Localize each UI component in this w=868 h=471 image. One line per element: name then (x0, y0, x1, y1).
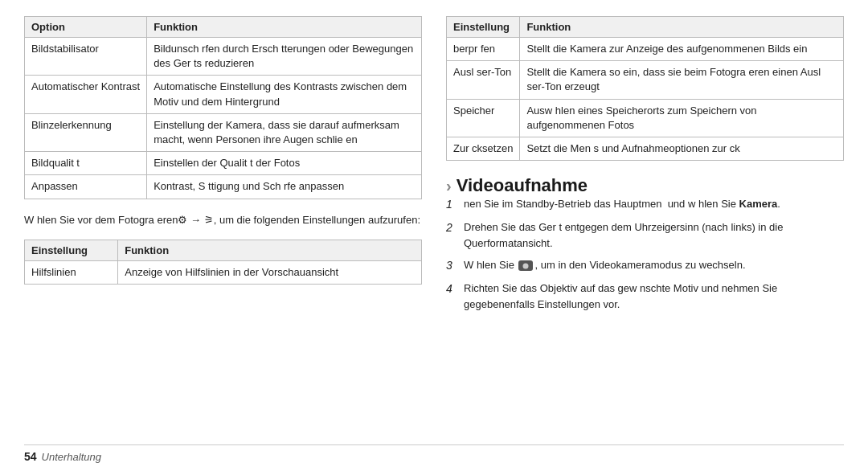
step-num-4: 4 (446, 281, 457, 312)
option-cell: Anpassen (25, 175, 147, 199)
funktion-cell: Einstellen der Qualit t der Fotos (147, 152, 422, 175)
funktion-cell: Einstellung der Kamera, dass sie darauf … (147, 113, 422, 151)
left-column: Option Funktion BildstabilisatorBildunsc… (24, 16, 422, 438)
step-text-2: Drehen Sie das Ger t entgegen dem Uhrzei… (464, 219, 844, 251)
col-einstellung-header2: Einstellung (25, 240, 118, 261)
funktion-cell: Anzeige von Hilfslinien in der Vorschaua… (118, 261, 422, 285)
table-row: berpr fenStellt die Kamera zur Anzeige d… (447, 38, 844, 61)
table-row: BildstabilisatorBildunsch rfen durch Ers… (25, 38, 422, 76)
table-row: Ausl ser-TonStellt die Kamera so ein, da… (447, 61, 844, 99)
section-title-text: Videoaufnahme (457, 175, 588, 196)
funktion-cell: Kontrast, S ttigung und Sch rfe anpassen (147, 175, 422, 199)
funktion-cell: Stellt die Kamera so ein, dass sie beim … (520, 61, 844, 99)
option-cell: Blinzelerkennung (25, 113, 147, 151)
step-text-4: Richten Sie das Objektiv auf das gew nsc… (464, 281, 844, 312)
step-num-2: 2 (446, 219, 457, 251)
einstellung-table: Einstellung Funktion HilfslinienAnzeige … (24, 240, 422, 285)
einstellung-cell: Hilfslinien (25, 261, 118, 285)
section-title: › Videoaufnahme (446, 175, 844, 196)
steps-list: 1 nen Sie im Standby-Betrieb das Hauptme… (446, 196, 844, 312)
einstellung-cell: Speicher (447, 99, 520, 137)
table-row: Zur cksetzenSetzt die Men s und Aufnahme… (447, 137, 844, 160)
option-cell: Automatischer Kontrast (25, 76, 147, 113)
funktion-cell: Stellt die Kamera zur Anzeige des aufgen… (520, 38, 844, 61)
info-paragraph: W hlen Sie vor dem Fotogra eren⚙ → ⚞, um… (24, 212, 422, 229)
option-cell: Bildstabilisator (25, 38, 147, 76)
funktion-cell: Automatische Einstellung des Kontrasts z… (147, 76, 422, 113)
page-label: Unterhaltung (42, 451, 101, 463)
col-funktion-header2: Funktion (118, 240, 422, 261)
table-row: AnpassenKontrast, S ttigung und Sch rfe … (25, 175, 422, 199)
funktion-cell: Ausw hlen eines Speicherorts zum Speiche… (520, 99, 844, 137)
table-row: Bildqualit tEinstellen der Qualit t der … (25, 152, 422, 175)
step-num-1: 1 (446, 196, 457, 213)
einstellung-cell: berpr fen (447, 38, 520, 61)
funktion-cell: Bildunsch rfen durch Ersch tterungen ode… (147, 38, 422, 76)
step-4: 4 Richten Sie das Objektiv auf das gew n… (446, 281, 844, 312)
step-1: 1 nen Sie im Standby-Betrieb das Hauptme… (446, 196, 844, 213)
option-cell: Bildqualit t (25, 152, 147, 175)
funktion-cell: Setzt die Men s und Aufnahmeoptionen zur… (520, 137, 844, 160)
table-row: SpeicherAusw hlen eines Speicherorts zum… (447, 99, 844, 137)
step-2: 2 Drehen Sie das Ger t entgegen dem Uhrz… (446, 219, 844, 251)
col-funktion-header: Funktion (147, 17, 422, 38)
step-text-3: W hlen Sie , um in den Videokameramodus … (464, 257, 844, 274)
col-funktion-header-r: Funktion (520, 17, 844, 38)
table-row: Automatischer KontrastAutomatische Einst… (25, 76, 422, 113)
step-3: 3 W hlen Sie , um in den Videokameramodu… (446, 257, 844, 274)
einstellung-cell: Zur cksetzen (447, 137, 520, 160)
videoaufnahme-section: › Videoaufnahme 1 nen Sie im Standby-Bet… (446, 172, 844, 312)
right-options-table: Einstellung Funktion berpr fenStellt die… (446, 16, 844, 161)
options-table: Option Funktion BildstabilisatorBildunsc… (24, 16, 422, 199)
table-row: HilfslinienAnzeige von Hilfslinien in de… (25, 261, 422, 285)
col-option-header: Option (25, 17, 147, 38)
step-text-1: nen Sie im Standby-Betrieb das Hauptmen … (464, 196, 844, 213)
table-row: BlinzelerkennungEinstellung der Kamera, … (25, 113, 422, 151)
section-chevron: › (446, 177, 452, 195)
page-footer: 54 Unterhaltung (24, 444, 844, 463)
right-column: Einstellung Funktion berpr fenStellt die… (446, 16, 844, 438)
step-num-3: 3 (446, 257, 457, 274)
col-einstellung-header-r: Einstellung (447, 17, 520, 38)
page-number: 54 (24, 450, 37, 463)
einstellung-cell: Ausl ser-Ton (447, 61, 520, 99)
